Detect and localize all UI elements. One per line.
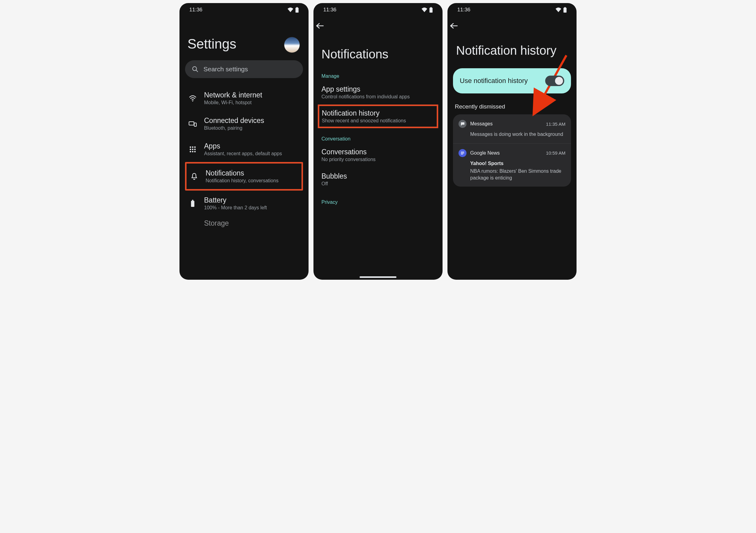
svg-rect-23 bbox=[461, 152, 464, 152]
wifi-icon bbox=[287, 7, 293, 12]
svg-line-3 bbox=[196, 70, 198, 71]
apps-grid-icon bbox=[189, 146, 196, 153]
notification-item[interactable]: Google News 10:59 AM Yahoo! Sports NBA r… bbox=[453, 144, 571, 187]
row-connected-devices[interactable]: Connected devices Bluetooth, pairing bbox=[185, 111, 303, 136]
messages-app-icon bbox=[459, 120, 467, 128]
row-title: Connected devices bbox=[204, 117, 300, 125]
notification-item[interactable]: Messages 11:35 AM Messages is doing work… bbox=[453, 114, 571, 144]
page-title: Notification history bbox=[456, 43, 571, 58]
devices-icon bbox=[189, 121, 197, 127]
item-sub: No priority conversations bbox=[321, 157, 435, 162]
status-bar: 11:36 bbox=[447, 3, 577, 15]
notif-title: Yahoo! Sports bbox=[470, 160, 565, 167]
notif-time: 11:35 AM bbox=[546, 122, 565, 126]
status-time: 11:36 bbox=[323, 7, 337, 13]
svg-point-15 bbox=[194, 151, 196, 152]
nav-bar-handle[interactable] bbox=[360, 276, 396, 278]
item-conversations[interactable]: Conversations No priority conversations bbox=[319, 143, 437, 167]
svg-point-13 bbox=[190, 151, 191, 152]
svg-point-12 bbox=[194, 149, 196, 150]
row-storage-cutoff: Storage bbox=[185, 216, 303, 227]
svg-rect-17 bbox=[192, 200, 193, 201]
battery-icon bbox=[191, 200, 195, 207]
status-bar: 11:36 bbox=[313, 3, 443, 15]
dismissed-notifications-card: Messages 11:35 AM Messages is doing work… bbox=[453, 114, 571, 186]
battery-icon bbox=[429, 7, 433, 13]
switch-on-icon[interactable] bbox=[545, 76, 564, 86]
row-notifications[interactable]: Notifications Notification history, conv… bbox=[185, 162, 303, 191]
item-title: Conversations bbox=[321, 148, 435, 156]
svg-rect-24 bbox=[461, 153, 464, 154]
item-title: Bubbles bbox=[321, 172, 435, 181]
svg-point-7 bbox=[190, 146, 191, 148]
notification-history-screen: 11:36 Notification history Use notificat… bbox=[447, 3, 577, 280]
battery-icon bbox=[295, 7, 299, 13]
svg-point-10 bbox=[190, 149, 191, 150]
item-bubbles[interactable]: Bubbles Off bbox=[319, 167, 437, 191]
svg-rect-25 bbox=[461, 154, 463, 154]
item-sub: Show recent and snoozed notifications bbox=[322, 118, 434, 124]
row-network[interactable]: Network & internet Mobile, Wi-Fi, hotspo… bbox=[185, 85, 303, 111]
notifications-screen: 11:36 Notifications Manage App settings … bbox=[313, 3, 443, 280]
svg-rect-6 bbox=[194, 123, 196, 126]
svg-rect-20 bbox=[564, 8, 567, 13]
svg-rect-19 bbox=[431, 7, 432, 8]
toggle-use-notification-history[interactable]: Use notification history bbox=[453, 68, 571, 94]
notif-body: NBA rumors: Blazers' Ben Simmons trade p… bbox=[470, 168, 565, 181]
svg-point-8 bbox=[192, 146, 194, 148]
status-bar: 11:36 bbox=[179, 3, 309, 15]
bell-icon bbox=[191, 173, 198, 180]
svg-rect-1 bbox=[297, 7, 298, 8]
battery-icon bbox=[563, 7, 567, 13]
back-button[interactable] bbox=[447, 15, 577, 29]
search-input[interactable]: Search settings bbox=[185, 60, 303, 78]
row-sub: 100% - More than 2 days left bbox=[204, 205, 300, 210]
toggle-label: Use notification history bbox=[460, 76, 528, 85]
profile-avatar[interactable] bbox=[284, 37, 300, 53]
wifi-icon bbox=[555, 7, 561, 12]
item-title: Notification history bbox=[322, 109, 434, 117]
row-apps[interactable]: Apps Assistant, recent apps, default app… bbox=[185, 136, 303, 162]
item-sub: Control notifications from individual ap… bbox=[321, 94, 435, 99]
row-sub: Assistant, recent apps, default apps bbox=[204, 151, 300, 156]
row-sub: Notification history, conversations bbox=[205, 178, 298, 183]
wifi-icon bbox=[189, 95, 197, 101]
notif-body: Messages is doing work in the background bbox=[470, 131, 565, 138]
svg-rect-16 bbox=[191, 201, 195, 207]
svg-point-9 bbox=[194, 146, 196, 148]
row-sub: Bluetooth, pairing bbox=[204, 126, 300, 131]
svg-point-11 bbox=[192, 149, 194, 150]
row-title: Battery bbox=[204, 196, 300, 205]
section-manage: Manage bbox=[321, 73, 437, 79]
row-title: Apps bbox=[204, 142, 300, 150]
google-news-app-icon bbox=[459, 149, 467, 157]
notif-app-name: Messages bbox=[470, 121, 542, 126]
row-title: Network & internet bbox=[204, 91, 300, 99]
back-arrow-icon bbox=[316, 23, 324, 29]
item-title: App settings bbox=[321, 85, 435, 94]
notif-time: 10:59 AM bbox=[546, 150, 565, 155]
svg-point-4 bbox=[192, 100, 193, 101]
notif-app-name: Google News bbox=[470, 150, 542, 156]
page-title: Notifications bbox=[321, 47, 437, 61]
row-sub: Mobile, Wi-Fi, hotspot bbox=[204, 100, 300, 105]
back-arrow-icon bbox=[450, 23, 458, 29]
svg-point-14 bbox=[192, 151, 194, 152]
status-time: 11:36 bbox=[457, 7, 471, 13]
section-privacy: Privacy bbox=[321, 200, 437, 205]
item-app-settings[interactable]: App settings Control notifications from … bbox=[319, 80, 437, 104]
row-title: Notifications bbox=[205, 169, 298, 177]
item-sub: Off bbox=[321, 181, 435, 186]
recently-dismissed-label: Recently dismissed bbox=[455, 103, 571, 110]
status-time: 11:36 bbox=[189, 7, 202, 13]
svg-rect-0 bbox=[296, 8, 299, 13]
back-button[interactable] bbox=[313, 15, 443, 29]
search-placeholder: Search settings bbox=[203, 66, 248, 73]
row-battery[interactable]: Battery 100% - More than 2 days left bbox=[185, 191, 303, 216]
section-conversation: Conversation bbox=[321, 136, 437, 142]
item-notification-history[interactable]: Notification history Show recent and sno… bbox=[318, 104, 438, 128]
svg-rect-5 bbox=[189, 122, 194, 125]
wifi-icon bbox=[421, 7, 427, 12]
svg-rect-18 bbox=[430, 8, 433, 13]
search-icon bbox=[192, 66, 199, 72]
